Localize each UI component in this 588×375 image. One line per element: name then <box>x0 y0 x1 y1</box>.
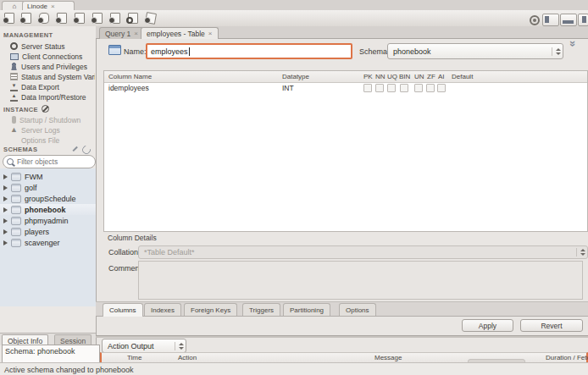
sidebar-item-users-privileges[interactable]: Users and Privileges <box>10 62 95 71</box>
tab-query-1[interactable]: Query 1 × <box>99 27 144 39</box>
collation-label: Collation: <box>108 248 141 256</box>
schema-filter[interactable] <box>3 155 96 168</box>
col-header-datatype[interactable]: Datatype <box>282 73 309 80</box>
sidebar-item-server-logs[interactable]: ▲ Server Logs <box>10 125 95 135</box>
col-header-uq[interactable]: UQ <box>387 73 397 80</box>
schema-icon <box>11 206 21 214</box>
tab-foreign-keys[interactable]: Foreign Keys <box>184 303 237 316</box>
col-header-zf[interactable]: ZF <box>427 73 435 80</box>
schema-icon <box>11 239 21 247</box>
tab-triggers[interactable]: Triggers <box>242 303 280 316</box>
columns-grid[interactable]: Column Name Datatype PK NN UQ BIN UN ZF … <box>103 70 588 232</box>
schema-item-golf[interactable]: golf <box>0 182 96 193</box>
expander-icon[interactable] <box>3 196 8 201</box>
close-icon[interactable]: × <box>208 30 213 37</box>
toggle-left-panel-icon[interactable] <box>542 14 559 26</box>
uq-checkbox[interactable] <box>387 84 396 92</box>
toggle-right-panel-icon[interactable] <box>578 14 588 26</box>
schemas-header-icons <box>71 146 91 154</box>
expander-icon[interactable] <box>3 218 8 223</box>
tab-columns[interactable]: Columns <box>103 303 143 317</box>
server-logs-icon: ▲ <box>10 126 18 134</box>
col-header-un[interactable]: UN <box>414 73 424 80</box>
schema-item-groupSchedule[interactable]: groupSchedule <box>0 193 96 204</box>
col-header-default[interactable]: Default <box>452 73 473 80</box>
schema-item-players[interactable]: players <box>0 226 96 237</box>
search-table-data-icon[interactable] <box>126 13 139 24</box>
output-header-time: Time <box>127 354 141 361</box>
sidebar-item-data-import[interactable]: ▴ Data Import/Restore <box>10 92 95 102</box>
connection-tab-label: Linode <box>27 3 47 10</box>
name-label: Name: <box>124 47 147 56</box>
sidebar-item-client-connections[interactable]: Client Connections <box>10 52 95 61</box>
toggle-bottom-panel-icon[interactable] <box>560 14 577 26</box>
mysql-workbench-window: ⌂ Linode × MANAGEMENT Server Status Clie… <box>0 0 588 375</box>
apply-button[interactable]: Apply <box>462 319 513 332</box>
schema-item-phonebook[interactable]: phonebook <box>0 204 96 215</box>
table-icon <box>108 45 121 55</box>
new-sql-tab-icon[interactable] <box>3 13 15 24</box>
expand-schemas-icon[interactable] <box>71 146 78 152</box>
schema-item-FWM[interactable]: FWM <box>0 171 96 182</box>
expander-icon[interactable] <box>3 240 8 245</box>
panel-splitter[interactable] <box>96 335 588 338</box>
schema-select[interactable]: phonebook <box>387 43 563 59</box>
collation-select[interactable]: *Table Default* <box>138 245 588 259</box>
status-text: Active schema changed to phonebook <box>4 366 134 374</box>
new-view-icon[interactable] <box>73 13 86 24</box>
ai-checkbox[interactable] <box>437 84 446 92</box>
tab-indexes[interactable]: Indexes <box>144 303 181 316</box>
tab-options[interactable]: Options <box>339 303 376 316</box>
pk-checkbox[interactable] <box>363 84 372 92</box>
filter-objects-input[interactable] <box>17 157 85 166</box>
un-checkbox[interactable] <box>414 84 423 92</box>
output-header-duration: Duration / Fetch <box>546 354 588 361</box>
home-icon: ⌂ <box>13 3 17 10</box>
sidebar-item-status-system-variables[interactable]: Status and System Variables <box>10 72 95 81</box>
expander-icon[interactable] <box>3 229 8 234</box>
sidebar-item-options-file[interactable]: Options File <box>10 135 95 145</box>
cell-datatype[interactable]: INT <box>282 84 294 92</box>
col-header-pk[interactable]: PK <box>363 73 373 80</box>
bin-checkbox[interactable] <box>400 84 408 92</box>
col-header-nn[interactable]: NN <box>375 73 386 80</box>
sidebar-item-server-status[interactable]: Server Status <box>10 41 95 51</box>
comment-textarea[interactable] <box>138 261 583 300</box>
data-export-icon: ▾ <box>10 82 18 91</box>
close-icon[interactable]: × <box>51 3 55 10</box>
stepper-icon <box>552 47 561 56</box>
expander-icon[interactable] <box>3 207 8 212</box>
schema-item-scavenger[interactable]: scavenger <box>0 237 96 248</box>
refresh-schemas-icon[interactable] <box>80 144 92 156</box>
reconnect-dbms-icon[interactable] <box>144 13 157 24</box>
open-sql-script-icon[interactable] <box>19 13 32 24</box>
new-table-icon[interactable] <box>55 13 68 24</box>
status-bar: Active schema changed to phonebook <box>0 362 588 375</box>
action-output-select[interactable]: Action Output <box>102 339 186 353</box>
table-row[interactable]: idemployees INT <box>104 82 587 93</box>
col-header-bin[interactable]: BIN <box>399 73 410 80</box>
instance-header: INSTANCE <box>3 104 49 113</box>
tab-employees-table[interactable]: employees - Table × <box>141 27 219 39</box>
tab-partitioning[interactable]: Partitioning <box>283 303 330 316</box>
col-header-column-name[interactable]: Column Name <box>108 73 152 80</box>
startup-shutdown-icon <box>12 116 16 124</box>
sidebar-item-startup-shutdown[interactable]: Startup / Shutdown <box>10 115 95 124</box>
revert-button[interactable]: Revert <box>520 319 583 332</box>
expander-icon[interactable] <box>3 185 8 190</box>
nn-checkbox[interactable] <box>375 84 384 92</box>
stepper-icon <box>576 248 585 256</box>
table-name-input[interactable]: employees <box>146 43 352 59</box>
schema-item-phpmyadmin[interactable]: phpmyadmin <box>0 215 96 226</box>
new-schema-icon[interactable] <box>37 13 50 24</box>
collapse-header-chevron-icon[interactable]: » <box>566 41 578 59</box>
cell-column-name[interactable]: idemployees <box>108 84 149 92</box>
zf-checkbox[interactable] <box>426 84 435 92</box>
new-procedure-icon[interactable] <box>91 13 103 24</box>
new-function-icon[interactable] <box>108 13 121 24</box>
expander-icon[interactable] <box>3 174 8 179</box>
close-icon[interactable]: × <box>134 30 138 37</box>
sidebar-item-data-export[interactable]: ▾ Data Export <box>10 82 95 91</box>
output-header-action: Action <box>178 354 197 361</box>
col-header-ai[interactable]: AI <box>438 73 445 80</box>
